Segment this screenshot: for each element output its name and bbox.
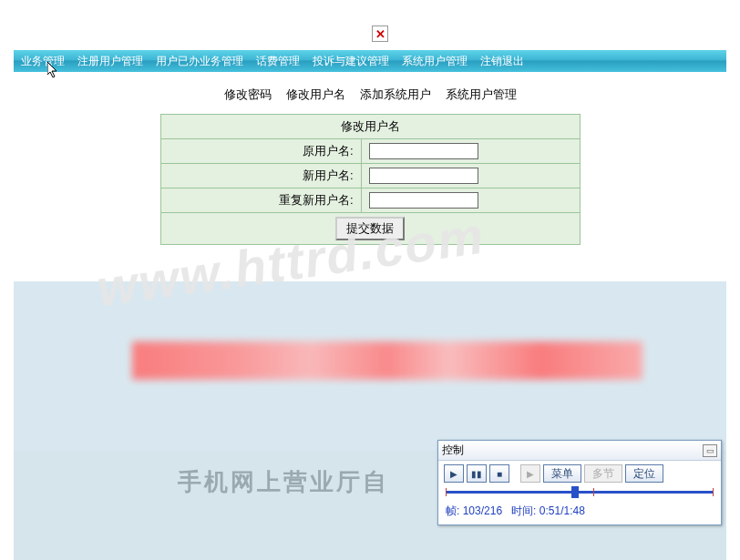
form-title: 修改用户名 [160, 115, 580, 139]
nav-logout[interactable]: 注销退出 [480, 54, 524, 69]
stop-icon: ■ [497, 469, 502, 479]
control-status: 帧: 103/216 时间: 0:51/1:48 [438, 501, 721, 524]
locate-button[interactable]: 定位 [625, 464, 663, 483]
input-old-username[interactable] [369, 143, 478, 159]
input-repeat-username[interactable] [369, 192, 478, 209]
nav-registered-users[interactable]: 注册用户管理 [77, 54, 143, 69]
nav-business-mgmt[interactable]: 业务管理 [21, 54, 65, 69]
control-panel: 控制 ▭ ▶ ▮▮ ■ ▶ 菜单 多节 定位 帧: 103/216 时间: 0:… [437, 440, 722, 525]
nav-fee-mgmt[interactable]: 话费管理 [256, 54, 300, 69]
top-nav: 业务管理 注册用户管理 用户已办业务管理 话费管理 投诉与建议管理 系统用户管理… [14, 50, 726, 72]
label-new-username: 新用户名: [160, 164, 361, 188]
step-icon: ▶ [527, 469, 534, 479]
content-panel: 修改密码 修改用户名 添加系统用户 系统用户管理 修改用户名 原用户名: 新用户… [14, 72, 726, 281]
control-title: 控制 [442, 443, 464, 458]
control-title-bar: 控制 ▭ [438, 441, 721, 461]
close-icon: ✕ [375, 27, 385, 41]
nav-complaints[interactable]: 投诉与建议管理 [313, 54, 389, 69]
step-button: ▶ [520, 464, 540, 483]
submit-button[interactable]: 提交数据 [335, 217, 405, 240]
slider-thumb[interactable] [571, 486, 579, 498]
control-slider[interactable] [446, 488, 714, 497]
time-label: 时间: [511, 504, 536, 517]
input-new-username[interactable] [369, 168, 478, 184]
subnav-add-system-user[interactable]: 添加系统用户 [360, 87, 431, 103]
play-button[interactable]: ▶ [444, 464, 464, 483]
sub-nav: 修改密码 修改用户名 添加系统用户 系统用户管理 [14, 81, 726, 114]
subnav-system-user-mgmt[interactable]: 系统用户管理 [446, 87, 517, 103]
play-icon: ▶ [450, 469, 457, 479]
control-toolbar: ▶ ▮▮ ■ ▶ 菜单 多节 定位 [438, 461, 721, 486]
stop-button[interactable]: ■ [489, 464, 509, 483]
redacted-banner [132, 341, 642, 380]
nav-system-users[interactable]: 系统用户管理 [402, 54, 468, 69]
multi-section-button: 多节 [584, 464, 622, 483]
frame-label: 帧: [446, 504, 459, 517]
frame-value: 103/216 [463, 504, 502, 517]
pause-icon: ▮▮ [471, 469, 482, 479]
control-minimize-button[interactable]: ▭ [703, 444, 717, 457]
menu-button[interactable]: 菜单 [543, 464, 581, 483]
time-value: 0:51/1:48 [540, 504, 585, 517]
close-button[interactable]: ✕ [372, 25, 388, 42]
label-old-username: 原用户名: [160, 139, 361, 164]
subnav-change-username[interactable]: 修改用户名 [286, 87, 345, 103]
nav-user-services[interactable]: 用户已办业务管理 [156, 54, 243, 69]
pause-button[interactable]: ▮▮ [467, 464, 487, 483]
change-username-form: 修改用户名 原用户名: 新用户名: 重复新用户名: 提交数据 [160, 114, 581, 245]
footer-text: 手机网上营业厅自 [178, 466, 389, 498]
label-repeat-username: 重复新用户名: [160, 188, 361, 213]
subnav-change-password[interactable]: 修改密码 [224, 87, 272, 103]
